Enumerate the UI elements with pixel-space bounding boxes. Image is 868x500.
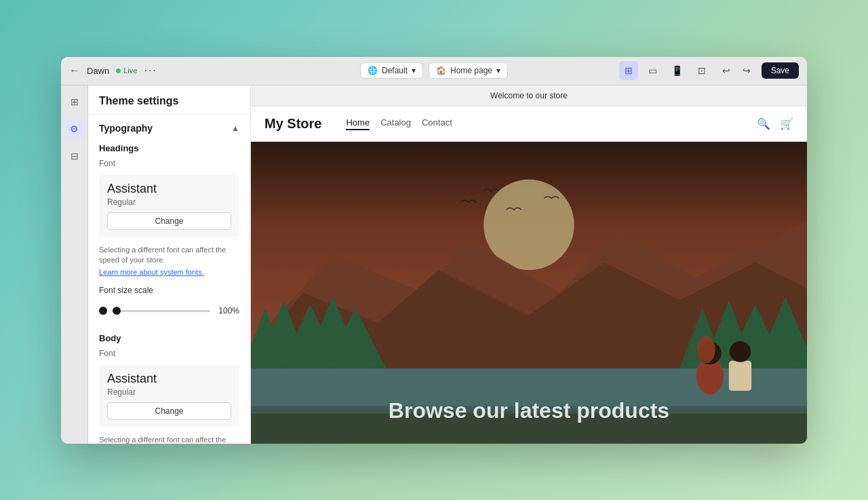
more-options-button[interactable]: ···	[144, 64, 157, 77]
nav-links: Home Catalog Contact	[346, 117, 743, 130]
font-size-slider-row: Font size scale	[88, 282, 250, 302]
typography-section-header[interactable]: Typography ▲	[88, 115, 250, 139]
save-button[interactable]: Save	[762, 62, 799, 79]
font-size-scale-label: Font size scale	[99, 286, 239, 295]
top-bar-left: ← Dawn Live ···	[69, 64, 307, 77]
heading-helper-text: Selecting a different font can affect th…	[88, 242, 250, 269]
svg-point-19	[730, 341, 751, 362]
home-icon: 🏠	[436, 66, 446, 75]
body-helper-text: Selecting a different font can affect th…	[88, 432, 250, 443]
top-bar: ← Dawn Live ··· 🌐 Default ▾ 🏠 Home page …	[61, 57, 807, 85]
announcement-bar: Welcome to our store	[251, 85, 807, 107]
slider-thumb[interactable]	[113, 307, 121, 315]
preview-nav: My Store Home Catalog Contact 🔍 🛒	[251, 107, 807, 142]
hero-text: Browse our latest products	[389, 398, 669, 423]
heading-font-style: Regular	[107, 197, 231, 207]
svg-point-17	[697, 335, 715, 362]
chevron-down-icon: ▾	[412, 66, 416, 75]
body-font-name: Assistant	[107, 372, 231, 386]
slider-thumb-icon	[99, 307, 107, 315]
nav-icons: 🔍 🛒	[757, 117, 793, 130]
chevron-down-icon-2: ▾	[496, 66, 500, 75]
body-label: Body	[88, 328, 250, 346]
body-font-style: Regular	[107, 387, 231, 397]
redo-button[interactable]: ↪	[737, 61, 756, 80]
heading-font-card: Assistant Regular Change	[99, 175, 239, 237]
desktop-view-button[interactable]: ⊞	[619, 61, 638, 80]
tablet-view-button[interactable]: ▭	[644, 61, 663, 80]
heading-font-name: Assistant	[107, 182, 231, 196]
theme-name: Dawn	[87, 66, 109, 76]
homepage-label: Home page	[450, 66, 492, 75]
body-font-card: Assistant Regular Change	[99, 365, 239, 427]
default-label: Default	[382, 66, 408, 75]
body-font-field-label: Font	[88, 346, 250, 362]
globe-icon: 🌐	[368, 66, 378, 75]
panel-title: Theme settings	[88, 85, 250, 115]
mobile-view-button[interactable]: 📱	[668, 61, 687, 80]
typography-label: Typography	[99, 123, 153, 134]
svg-point-2	[484, 179, 574, 270]
sidebar-icon-apps[interactable]: ⊟	[65, 147, 84, 166]
nav-link-home[interactable]: Home	[346, 117, 370, 130]
learn-more-link[interactable]: Learn more about system fonts.	[88, 268, 250, 282]
body-change-button[interactable]: Change	[107, 402, 231, 420]
preview-hero: Browse our latest products	[251, 142, 807, 444]
page-dropdown[interactable]: 🏠 Home page ▾	[429, 62, 508, 79]
nav-link-contact[interactable]: Contact	[422, 117, 452, 130]
font-size-label-text: Font size scale	[99, 286, 153, 295]
cart-icon[interactable]: 🛒	[780, 117, 793, 130]
live-badge: Live	[116, 66, 137, 75]
undo-redo-group: ↩ ↪	[717, 61, 756, 80]
svg-rect-18	[729, 360, 751, 391]
back-icon[interactable]: ←	[69, 64, 80, 77]
preview-area: Welcome to our store My Store Home Catal…	[251, 85, 807, 444]
language-dropdown[interactable]: 🌐 Default ▾	[360, 62, 423, 79]
font-field-label: Font	[88, 156, 250, 172]
undo-button[interactable]: ↩	[717, 61, 736, 80]
share-button[interactable]: ⊡	[692, 61, 711, 80]
store-name: My Store	[264, 116, 321, 132]
top-bar-right: ⊞ ▭ 📱 ⊡ ↩ ↪ Save	[561, 61, 799, 80]
typography-chevron-icon: ▲	[231, 123, 239, 133]
settings-panel: Theme settings Typography ▲ Headings Fon…	[88, 85, 251, 444]
live-dot	[116, 69, 121, 73]
sidebar-icon-layout[interactable]: ⊞	[65, 92, 84, 111]
browser-window: ← Dawn Live ··· 🌐 Default ▾ 🏠 Home page …	[61, 57, 807, 444]
sidebar-icons: ⊞ ⚙ ⊟	[61, 85, 88, 444]
heading-change-button[interactable]: Change	[107, 212, 231, 230]
slider-value: 100%	[216, 306, 239, 315]
slider-track[interactable]	[113, 310, 210, 312]
top-bar-center: 🌐 Default ▾ 🏠 Home page ▾	[315, 62, 553, 79]
main-area: ⊞ ⚙ ⊟ Theme settings Typography ▲ Headin…	[61, 85, 807, 444]
headings-label: Headings	[88, 139, 250, 156]
slider-control-row: 100%	[88, 302, 250, 322]
sidebar-icon-settings[interactable]: ⚙	[65, 119, 84, 138]
search-icon[interactable]: 🔍	[757, 117, 770, 130]
live-label: Live	[123, 66, 137, 75]
nav-link-catalog[interactable]: Catalog	[380, 117, 411, 130]
